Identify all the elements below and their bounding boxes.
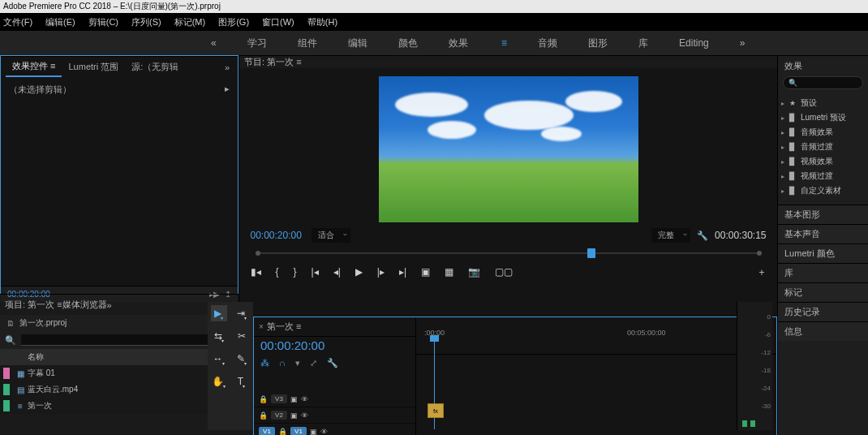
tab-effect-controls[interactable]: 效果控件 ≡	[6, 57, 62, 77]
tab-sequence[interactable]: 第一次 ≡	[267, 321, 301, 333]
search-icon: 🔍	[789, 79, 797, 87]
lock-icon[interactable]: 🔒	[278, 428, 287, 436]
settings-icon[interactable]: 🔧	[697, 230, 708, 241]
program-monitor[interactable]	[379, 76, 638, 222]
project-item[interactable]: ≡ 第一次 25	[0, 398, 238, 414]
effects-folder[interactable]: ▸▉自定义素材	[778, 183, 868, 198]
goto-in-icon[interactable]: |◂	[312, 266, 319, 278]
goto-out-icon[interactable]: ▸|	[399, 266, 406, 278]
ws-effects[interactable]: 效果 ≡	[449, 37, 507, 50]
lock-icon[interactable]: 🔒	[259, 395, 268, 403]
effects-folder[interactable]: ▸▉Lumetri 预设	[778, 110, 868, 125]
step-fwd-icon[interactable]: |▸	[377, 266, 385, 278]
menu-clip[interactable]: 剪辑(C)	[88, 16, 118, 28]
folder-label: 音频效果	[801, 127, 833, 138]
track-v3[interactable]: 🔒 V3 ▣ 👁	[254, 391, 415, 407]
timeline-timecode[interactable]: 00:00:20:00	[254, 337, 415, 354]
razor-tool-icon[interactable]: ✂	[234, 328, 250, 344]
ripple-edit-tool-icon[interactable]: ⇆▾	[211, 328, 227, 344]
ws-assembly[interactable]: 组件	[298, 37, 317, 50]
slip-tool-icon[interactable]: ↔▾	[211, 351, 227, 367]
ec-arrow-icon: ▸	[225, 84, 230, 96]
eye-icon[interactable]: 👁	[301, 395, 308, 403]
project-panel-more-icon[interactable]: »	[107, 300, 112, 310]
linked-selection-icon[interactable]: ∩	[279, 358, 286, 368]
effects-folder[interactable]: ▸★预设	[778, 96, 868, 110]
menu-window[interactable]: 窗口(W)	[262, 16, 294, 28]
ws-audio[interactable]: 音频	[538, 37, 557, 50]
program-timecode[interactable]: 00:00:20:00	[251, 230, 302, 241]
tab-media-browser[interactable]: 媒体浏览器	[62, 299, 107, 311]
menu-edit[interactable]: 编辑(E)	[45, 16, 75, 28]
ws-editing-cn[interactable]: 编辑	[348, 37, 367, 50]
program-zoom-dropdown[interactable]: 适合	[312, 228, 350, 243]
wrench-tl-icon[interactable]: 🔧	[327, 358, 338, 368]
ws-editing-en[interactable]: Editing	[679, 37, 709, 49]
ws-library[interactable]: 库	[638, 37, 648, 50]
menu-mark[interactable]: 标记(M)	[174, 16, 206, 28]
ws-learn[interactable]: 学习	[247, 37, 267, 50]
project-item[interactable]: ▦ 字幕 01 25	[0, 365, 238, 381]
effects-folder[interactable]: ▸▉视频效果	[778, 154, 868, 169]
item-type-icon: ▦	[13, 369, 28, 378]
panel-tab[interactable]: 库	[778, 263, 868, 282]
effects-folder[interactable]: ▸▉音频过渡	[778, 140, 868, 154]
snap-icon[interactable]: ⁂	[260, 358, 269, 368]
ws-graphics[interactable]: 图形	[588, 37, 608, 50]
col-name[interactable]: 名称	[24, 351, 219, 363]
workspace-collapse-icon[interactable]: «	[211, 37, 217, 49]
compare-icon[interactable]: ▢▢	[495, 266, 513, 278]
effects-search-input[interactable]: 🔍	[783, 76, 863, 89]
project-search-input[interactable]	[21, 334, 216, 346]
lift-icon[interactable]: ▣	[421, 266, 430, 278]
timeline-clip[interactable]: fx	[428, 403, 444, 418]
panel-tab[interactable]: 标记	[778, 282, 868, 302]
track-v2[interactable]: 🔒 V2 ▣ 👁	[254, 407, 415, 424]
button-editor-icon[interactable]: ＋	[757, 265, 767, 279]
in-bracket-icon[interactable]: {	[276, 266, 279, 278]
program-scrub-bar[interactable]	[251, 247, 767, 260]
ws-color[interactable]: 颜色	[398, 37, 418, 50]
play-icon[interactable]: ▶	[355, 266, 363, 278]
workspace-more-icon[interactable]: »	[740, 37, 746, 49]
export-frame-icon[interactable]: 📷	[468, 266, 480, 278]
lock-icon[interactable]: 🔒	[259, 411, 268, 420]
marker-icon[interactable]: ▾	[295, 358, 300, 368]
panel-tab[interactable]: Lumetri 颜色	[778, 243, 868, 263]
panel-tab[interactable]: 信息	[778, 321, 868, 341]
tab-source[interactable]: 源:（无剪辑	[125, 58, 185, 76]
toggle-output-icon[interactable]: ▣	[290, 395, 298, 403]
timeline-tracks-area[interactable]: :00:00 00:05:00:00 fx	[416, 317, 776, 435]
menu-help[interactable]: 帮助(H)	[307, 16, 337, 28]
panel-tab[interactable]: 历史记录	[778, 302, 868, 321]
tab-project[interactable]: 项目: 第一次 ≡	[5, 299, 62, 311]
out-bracket-icon[interactable]: }	[294, 266, 297, 278]
ec-panel-more-icon[interactable]: »	[221, 62, 233, 72]
menu-file[interactable]: 文件(F)	[3, 16, 32, 28]
step-back-icon[interactable]: ◂|	[333, 266, 341, 278]
program-resolution-dropdown[interactable]: 完整	[651, 228, 690, 243]
track-v1[interactable]: V1 🔒 V1 ▣ 👁	[254, 424, 415, 435]
toggle-output-icon[interactable]: ▣	[290, 411, 298, 420]
effects-folder[interactable]: ▸▉视频过渡	[778, 169, 868, 183]
selection-tool-icon[interactable]: ▶▾	[211, 305, 227, 321]
hand-tool-icon[interactable]: ✋▾	[211, 373, 227, 390]
eye-icon[interactable]: 👁	[301, 411, 308, 420]
extract-icon[interactable]: ▦	[445, 266, 453, 278]
menu-sequence[interactable]: 序列(S)	[131, 16, 161, 28]
pen-tool-icon[interactable]: ✎▾	[234, 351, 250, 367]
type-tool-icon[interactable]: T▾	[234, 373, 250, 390]
tab-effects-panel[interactable]: 效果	[778, 55, 868, 76]
panel-tab[interactable]: 基本图形	[778, 205, 868, 224]
mark-in-icon[interactable]: ▮◂	[251, 266, 261, 278]
track-select-tool-icon[interactable]: ⇥▾	[234, 305, 250, 321]
eye-icon[interactable]: 👁	[320, 428, 328, 436]
settings-tl-icon[interactable]: ⤢	[310, 358, 317, 368]
toggle-output-icon[interactable]: ▣	[310, 428, 317, 436]
tab-program[interactable]: 节目: 第一次 ≡	[244, 56, 302, 68]
panel-tab[interactable]: 基本声音	[778, 224, 868, 243]
menu-graphics[interactable]: 图形(G)	[218, 16, 249, 28]
project-item[interactable]: ▤ 蓝天白云.mp4 14	[0, 381, 238, 398]
tab-lumetri-scopes[interactable]: Lumetri 范围	[62, 58, 125, 76]
effects-folder[interactable]: ▸▉音频效果	[778, 125, 868, 140]
